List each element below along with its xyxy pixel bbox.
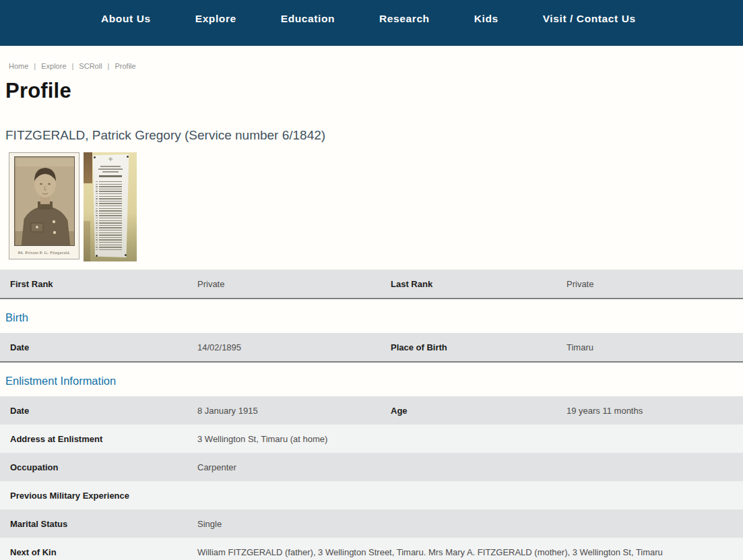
field-value: 14/02/1895 (197, 342, 381, 352)
table-row: Date 14/02/1895 Place of Birth Timaru (0, 333, 743, 361)
field-label: Address at Enlistment (0, 434, 197, 444)
table-row: Date 8 January 1915 Age 19 years 11 mont… (0, 396, 743, 425)
nav-item-visit-contact-us[interactable]: Visit / Contact Us (543, 13, 636, 25)
nav-item-kids[interactable]: Kids (474, 13, 498, 25)
breadcrumb: Home | Explore | SCRoll | Profile (9, 62, 743, 70)
portrait-caption: 84. Private P. G. Fitzgerald. (9, 250, 79, 255)
field-value: William FITZGERALD (father), 3 Wellingto… (197, 547, 743, 557)
field-value: Single (197, 519, 743, 529)
field-value: Private (197, 279, 381, 289)
breadcrumb-scroll[interactable]: SCRoll (79, 62, 102, 70)
memorial-plaque-thumbnail[interactable]: ✛ (84, 152, 137, 261)
plaque-wall-corner (84, 152, 92, 183)
breadcrumb-separator: | (72, 62, 74, 70)
field-label: Next of Kin (0, 547, 197, 557)
nav-item-education[interactable]: Education (281, 13, 335, 25)
table-row: First Rank Private Last Rank Private (0, 270, 743, 298)
breadcrumb-separator: | (34, 62, 36, 70)
field-value: 3 Wellington St, Timaru (at home) (197, 434, 743, 444)
tablet-name-lines (99, 181, 122, 251)
portrait-photo-thumbnail[interactable]: 84. Private P. G. Fitzgerald. (9, 152, 79, 259)
cross-icon: ✛ (92, 157, 129, 162)
field-value: Carpenter (197, 462, 743, 472)
field-label: Age (381, 406, 567, 416)
page-title: Profile (5, 78, 743, 104)
portrait-photo (14, 156, 75, 246)
field-label: Date (0, 406, 197, 416)
field-label: Date (0, 342, 197, 352)
field-label: Last Rank (381, 279, 567, 289)
field-label: Place of Birth (381, 342, 567, 352)
enlistment-table: Date 8 January 1915 Age 19 years 11 mont… (0, 396, 743, 560)
nav-item-explore[interactable]: Explore (195, 13, 236, 25)
top-navigation: About Us Explore Education Research Kids… (0, 0, 743, 46)
field-label: First Rank (0, 279, 197, 289)
table-row: Address at Enlistment 3 Wellington St, T… (0, 425, 743, 453)
field-label: Occupation (0, 462, 197, 472)
section-heading-enlistment: Enlistment Information (5, 375, 743, 387)
nav-item-research[interactable]: Research (379, 13, 430, 25)
breadcrumb-explore[interactable]: Explore (41, 62, 66, 70)
rank-table: First Rank Private Last Rank Private (0, 270, 743, 299)
field-value: 19 years 11 months (567, 406, 743, 416)
table-row: Occupation Carpenter (0, 453, 743, 481)
table-row: Next of Kin William FITZGERALD (father),… (0, 538, 743, 560)
breadcrumb-home[interactable]: Home (9, 62, 28, 70)
profile-images: 84. Private P. G. Fitzgerald. ✛ (9, 152, 743, 261)
breadcrumb-profile: Profile (115, 62, 135, 70)
plaque-wall-edge (84, 221, 90, 261)
soldier-portrait-illustration (15, 157, 75, 246)
field-value: Private (567, 279, 743, 289)
section-heading-birth: Birth (5, 311, 743, 324)
table-row: Previous Military Experience (0, 481, 743, 509)
field-label: Marital Status (0, 519, 197, 529)
nav-item-about-us[interactable]: About Us (101, 13, 151, 25)
breadcrumb-separator: | (108, 62, 110, 70)
tablet-number-column (96, 181, 98, 251)
field-value: Timaru (567, 342, 743, 352)
profile-name-heading: FITZGERALD, Patrick Gregory (Service num… (5, 128, 743, 143)
field-value: 8 January 1915 (197, 406, 381, 416)
field-label: Previous Military Experience (0, 491, 197, 501)
roll-of-honour-tablet: ✛ (92, 154, 129, 257)
birth-table: Date 14/02/1895 Place of Birth Timaru (0, 333, 743, 363)
table-row: Marital Status Single (0, 509, 743, 538)
